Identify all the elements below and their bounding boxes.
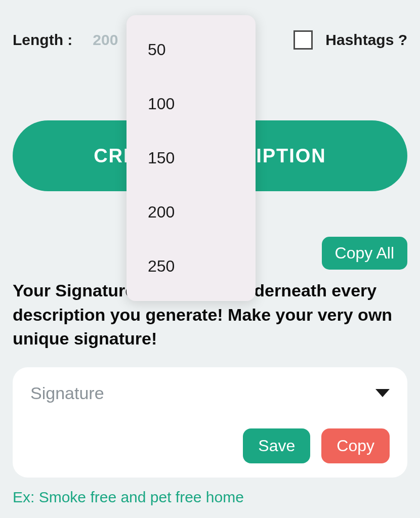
length-dropdown: 50 100 150 200 250: [127, 15, 256, 301]
hashtags-group: Hashtags ?: [293, 30, 407, 50]
save-button[interactable]: Save: [243, 428, 310, 463]
length-option-250[interactable]: 250: [127, 239, 256, 293]
length-option-200[interactable]: 200: [127, 185, 256, 239]
signature-label-row: Signature: [30, 383, 390, 403]
length-option-100[interactable]: 100: [127, 77, 256, 131]
copy-all-button[interactable]: Copy All: [322, 237, 407, 270]
signature-label: Signature: [30, 383, 104, 403]
length-label: Length :: [13, 31, 72, 49]
chevron-down-icon[interactable]: [375, 389, 390, 397]
length-option-50[interactable]: 50: [127, 23, 256, 77]
length-value[interactable]: 200: [93, 31, 118, 49]
copy-button[interactable]: Copy: [321, 428, 390, 463]
example-text: Ex: Smoke free and pet free home: [13, 489, 407, 506]
hashtags-checkbox[interactable]: [293, 30, 313, 50]
hashtags-label: Hashtags ?: [325, 31, 407, 49]
signature-card: Signature Save Copy: [13, 367, 407, 478]
signature-actions: Save Copy: [30, 428, 390, 463]
length-option-150[interactable]: 150: [127, 131, 256, 185]
